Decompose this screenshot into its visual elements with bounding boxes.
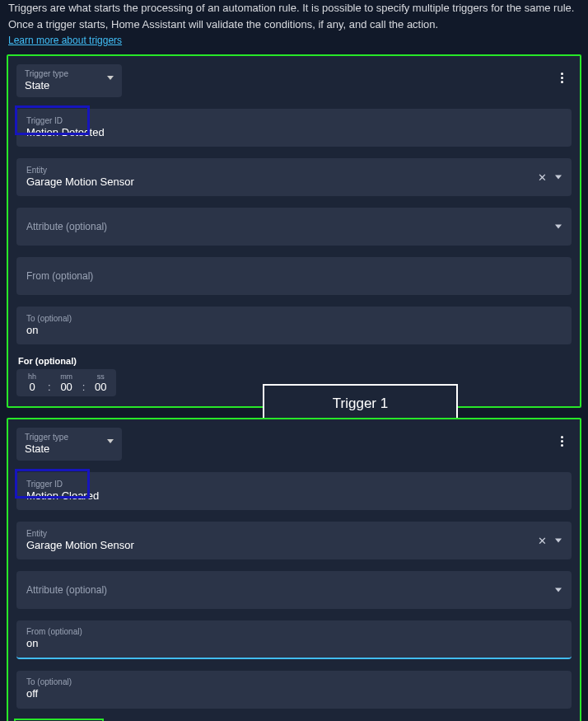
to-value: on — [26, 324, 562, 338]
overflow-menu-button[interactable] — [552, 431, 572, 451]
entity-field[interactable]: Entity Garage Motion Sensor ✕ — [16, 522, 572, 559]
to-field[interactable]: To (optional) off — [16, 671, 572, 709]
attribute-field[interactable]: Attribute (optional) — [16, 571, 572, 609]
hh-value: 0 — [29, 381, 35, 393]
trigger-type-select[interactable]: Trigger type State — [16, 64, 122, 97]
chevron-down-icon[interactable] — [555, 225, 562, 229]
duration-input[interactable]: hh0 : mm00 : ss00 — [16, 369, 116, 396]
trigger-type-select[interactable]: Trigger type State — [16, 428, 122, 461]
trigger-id-label: Trigger ID — [26, 480, 562, 489]
mm-value: 00 — [60, 381, 72, 393]
from-value: on — [26, 637, 562, 651]
ss-label: ss — [97, 372, 105, 381]
ss-value: 00 — [95, 381, 106, 393]
from-label: From (optional) — [26, 270, 562, 282]
learn-more-link[interactable]: Learn more about triggers — [7, 35, 124, 46]
trigger-card-1: Trigger type State Trigger ID Motion Det… — [7, 54, 581, 408]
chevron-down-icon — [107, 76, 114, 80]
trigger-id-label: Trigger ID — [26, 116, 562, 126]
chevron-down-icon[interactable] — [555, 588, 562, 592]
for-label: For (optional) — [16, 356, 572, 366]
hh-label: hh — [28, 372, 36, 381]
trigger-id-value: Motion Cleared — [26, 489, 562, 503]
more-vertical-icon — [561, 73, 563, 83]
to-value: off — [26, 687, 562, 701]
chevron-down-icon[interactable] — [555, 539, 562, 543]
to-label: To (optional) — [26, 314, 562, 324]
entity-label: Entity — [26, 166, 562, 176]
clear-icon[interactable]: ✕ — [538, 535, 547, 547]
trigger-id-field[interactable]: Trigger ID Motion Detected — [16, 109, 572, 147]
chevron-down-icon[interactable] — [555, 176, 562, 180]
trigger-type-label: Trigger type — [25, 433, 68, 442]
from-field[interactable]: From (optional) — [16, 257, 572, 295]
entity-field[interactable]: Entity Garage Motion Sensor ✕ — [16, 158, 572, 196]
trigger-type-label: Trigger type — [25, 69, 68, 79]
entity-label: Entity — [26, 529, 562, 539]
trigger-id-field[interactable]: Trigger ID Motion Cleared — [16, 472, 572, 510]
trigger-type-value: State — [25, 79, 68, 92]
trigger-id-value: Motion Detected — [26, 126, 562, 140]
to-field[interactable]: To (optional) on — [16, 307, 572, 344]
chevron-down-icon — [107, 439, 114, 443]
attribute-field[interactable]: Attribute (optional) — [16, 208, 572, 246]
attribute-label: Attribute (optional) — [26, 221, 562, 232]
from-label: From (optional) — [26, 627, 562, 637]
clear-icon[interactable]: ✕ — [538, 171, 547, 184]
mm-label: mm — [60, 372, 72, 381]
from-field[interactable]: From (optional) on — [16, 620, 572, 659]
trigger-card-2: Trigger type State Trigger ID Motion Cle… — [7, 418, 581, 721]
entity-value: Garage Motion Sensor — [26, 539, 562, 553]
overflow-menu-button[interactable] — [552, 68, 572, 87]
time-separator: : — [48, 381, 51, 393]
trigger-type-value: State — [25, 442, 68, 456]
to-label: To (optional) — [26, 677, 562, 687]
time-separator: : — [82, 381, 86, 393]
entity-value: Garage Motion Sensor — [26, 176, 562, 190]
attribute-label: Attribute (optional) — [26, 584, 562, 596]
intro-text: Triggers are what starts the processing … — [7, 0, 581, 32]
more-vertical-icon — [561, 436, 563, 447]
